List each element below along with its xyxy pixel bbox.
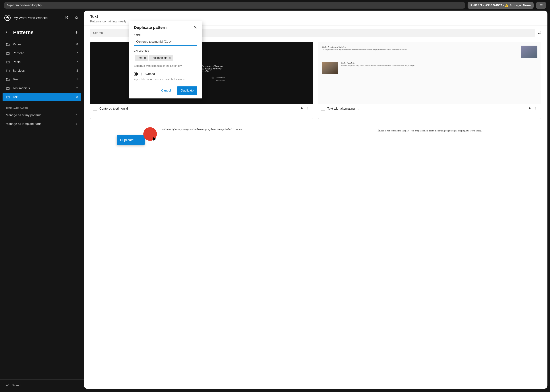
avatar [212, 77, 214, 79]
folder-icon [6, 95, 10, 99]
sidebar-item-portfolio[interactable]: Portfolio 7 [3, 49, 81, 58]
more-actions-button[interactable] [305, 107, 310, 111]
hamburger-icon [539, 3, 543, 7]
sidebar-item-count: 3 [76, 69, 78, 73]
search-button[interactable] [73, 14, 80, 21]
category-tag: Text [135, 55, 148, 61]
category-tag: Testimonials [149, 55, 173, 61]
folder-icon [6, 86, 10, 90]
site-title: My WordPress Website [14, 16, 60, 20]
name-input[interactable] [134, 38, 197, 46]
wordpress-icon [6, 16, 9, 20]
sidebar: My WordPress Website Patterns Pages 8 [0, 11, 84, 391]
url-field[interactable]: /wp-admin/site-editor.php [4, 2, 465, 9]
categories-help: Separate with commas or the Enter key. [134, 64, 197, 67]
close-button[interactable] [193, 25, 197, 30]
template-parts-heading: TEMPLATE PARTS [0, 103, 84, 111]
preview-image [521, 46, 537, 58]
manage-patterns-label: Manage all of my patterns [6, 113, 76, 117]
synced-label: Synced [145, 72, 155, 76]
lock-icon [300, 107, 303, 111]
sidebar-item-testimonials[interactable]: Testimonials 2 [3, 84, 81, 93]
manage-template-parts-link[interactable]: Manage all template parts [0, 120, 84, 128]
top-bar: /wp-admin/site-editor.php PHP 8.3 - WP 6… [0, 0, 550, 11]
folder-icon [6, 69, 10, 73]
preview-attr-role: CEO, Greenprint [216, 79, 226, 81]
folder-icon [6, 77, 10, 82]
sidebar-item-count: 8 [76, 95, 78, 99]
pattern-title: Centered testimonial [99, 107, 298, 111]
duplicate-menu-item[interactable]: Duplicate [117, 135, 145, 145]
synced-toggle[interactable] [134, 72, 142, 76]
cancel-button[interactable]: Cancel [158, 86, 174, 95]
pattern-preview: Études Architectural Solutions Our compr… [318, 42, 541, 104]
select-checkbox[interactable] [321, 107, 325, 111]
pattern-card[interactable]: I write about finance, management and ec… [90, 118, 313, 180]
saved-indicator: Saved [0, 379, 84, 391]
svg-point-5 [308, 109, 308, 110]
page-title: Text [90, 14, 541, 19]
svg-point-7 [536, 108, 536, 109]
svg-point-3 [308, 107, 308, 108]
sidebar-item-count: 1 [76, 78, 78, 81]
sidebar-item-pages[interactable]: Pages 8 [3, 40, 81, 49]
content-panel: Text Patterns containing mostly "Études … [84, 11, 547, 389]
search-icon [75, 16, 79, 20]
pattern-card[interactable]: Études Architectural Solutions Our compr… [318, 42, 541, 113]
pattern-preview: I write about finance, management and ec… [90, 118, 313, 180]
manage-template-parts-label: Manage all template parts [6, 122, 76, 126]
sidebar-item-label: Testimonials [13, 86, 76, 90]
categories-input[interactable]: Text Testimonials [134, 54, 197, 62]
pattern-preview: Études is not confined to the past—we ar… [318, 118, 541, 180]
plus-icon [74, 30, 79, 34]
pattern-title: Text with alternating i… [327, 107, 526, 111]
synced-help: Sync this pattern across multiple locati… [134, 78, 197, 81]
sidebar-item-label: Services [13, 69, 76, 73]
remove-tag-icon[interactable] [169, 57, 171, 59]
saved-label: Saved [12, 384, 21, 387]
pattern-card[interactable]: Études is not confined to the past—we ar… [318, 118, 541, 180]
preview-text: is not confined to the past—we are passi… [384, 129, 482, 132]
svg-point-8 [536, 109, 536, 110]
sidebar-item-services[interactable]: Services 3 [3, 66, 81, 75]
sidebar-item-count: 2 [76, 86, 78, 90]
hamburger-button[interactable] [536, 2, 546, 9]
remove-tag-icon[interactable] [144, 57, 146, 59]
sidebar-item-label: Posts [13, 60, 76, 64]
preview-text: Our comprehensive suite of professional … [322, 49, 518, 51]
manage-patterns-link[interactable]: Manage all of my patterns [0, 111, 84, 120]
preview-image [322, 62, 338, 74]
sidebar-item-label: Team [13, 78, 76, 81]
select-checkbox[interactable] [93, 107, 97, 111]
preview-text: " is out now. [231, 128, 243, 131]
filter-button[interactable] [537, 31, 541, 35]
svg-point-4 [308, 108, 308, 109]
folder-icon [6, 60, 10, 64]
categories-label: CATEGORIES [134, 49, 197, 52]
folder-icon [6, 51, 10, 55]
duplicate-button[interactable]: Duplicate [177, 86, 197, 95]
preview-text: I write about finance, management and ec… [161, 128, 217, 131]
section-title: Patterns [13, 29, 74, 35]
sidebar-item-text[interactable]: Text 8 [3, 93, 81, 101]
duplicate-pattern-modal: Duplicate pattern NAME CATEGORIES Text T… [129, 21, 202, 98]
tag-label: Testimonials [151, 56, 167, 60]
preview-attr-name: Annie Steiner [216, 77, 226, 79]
sidebar-item-team[interactable]: Team 1 [3, 75, 81, 84]
sidebar-item-label: Text [13, 95, 76, 99]
external-link-icon [64, 16, 68, 20]
preview-heading: Études Architectural Solutions [322, 46, 518, 48]
open-site-button[interactable] [63, 14, 70, 21]
name-label: NAME [134, 34, 197, 36]
wordpress-logo-button[interactable] [4, 15, 11, 21]
modal-title: Duplicate pattern [134, 25, 193, 30]
check-icon [6, 384, 9, 387]
sidebar-item-count: 7 [76, 51, 78, 55]
back-button[interactable] [5, 30, 10, 35]
svg-point-0 [75, 17, 77, 19]
sidebar-item-label: Pages [13, 43, 76, 46]
sidebar-item-posts[interactable]: Posts 7 [3, 58, 81, 66]
svg-point-6 [536, 107, 536, 108]
add-pattern-button[interactable] [74, 30, 79, 35]
more-actions-button[interactable] [533, 107, 538, 111]
